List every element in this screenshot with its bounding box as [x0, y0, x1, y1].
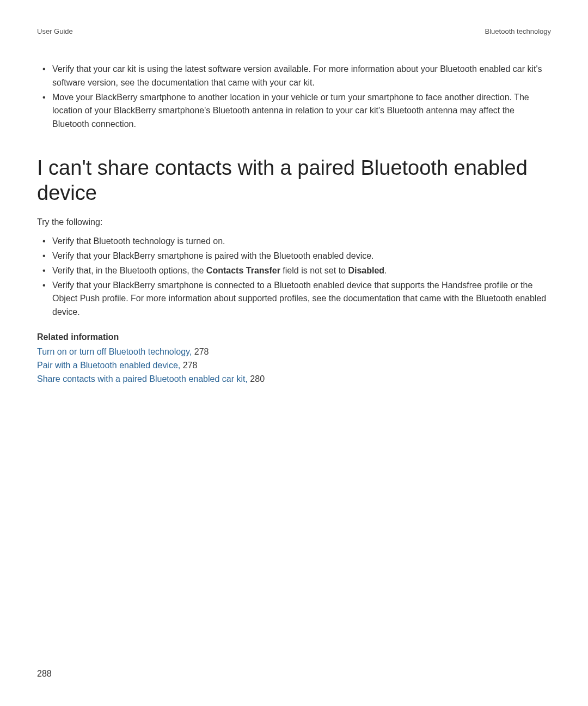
text-segment: field is not set to [280, 266, 348, 275]
list-item: Verify that Bluetooth technology is turn… [37, 235, 551, 248]
related-links-list: Turn on or turn off Bluetooth technology… [37, 345, 551, 386]
list-item: Verify that, in the Bluetooth options, t… [37, 264, 551, 278]
list-item: Verify that your car kit is using the la… [37, 63, 551, 90]
related-page-number: 280 [250, 374, 265, 384]
header-left: User Guide [37, 27, 73, 35]
related-link[interactable]: Pair with a Bluetooth enabled device, [37, 361, 180, 370]
list-item: Verify that your BlackBerry smartphone i… [37, 279, 551, 319]
page-number: 288 [37, 669, 52, 679]
text-segment: . [384, 266, 387, 275]
text-segment: Verify that, in the Bluetooth options, t… [52, 266, 206, 275]
bold-text: Disabled [348, 266, 384, 275]
related-link[interactable]: Share contacts with a paired Bluetooth e… [37, 374, 248, 384]
bold-text: Contacts Transfer [206, 266, 280, 275]
related-link-row: Share contacts with a paired Bluetooth e… [37, 373, 551, 386]
steps-list: Verify that Bluetooth technology is turn… [37, 235, 551, 319]
top-bullet-list: Verify that your car kit is using the la… [37, 63, 551, 131]
related-info-heading: Related information [37, 332, 551, 342]
related-link-row: Pair with a Bluetooth enabled device, 27… [37, 359, 551, 373]
list-item: Verify that your BlackBerry smartphone i… [37, 249, 551, 263]
section-heading: I can't share contacts with a paired Blu… [37, 156, 551, 205]
header-right: Bluetooth technology [485, 27, 551, 35]
list-item: Move your BlackBerry smartphone to anoth… [37, 91, 551, 131]
related-link[interactable]: Turn on or turn off Bluetooth technology… [37, 347, 192, 356]
related-link-row: Turn on or turn off Bluetooth technology… [37, 345, 551, 359]
related-page-number: 278 [194, 347, 209, 356]
intro-text: Try the following: [37, 217, 551, 227]
related-page-number: 278 [183, 361, 198, 370]
